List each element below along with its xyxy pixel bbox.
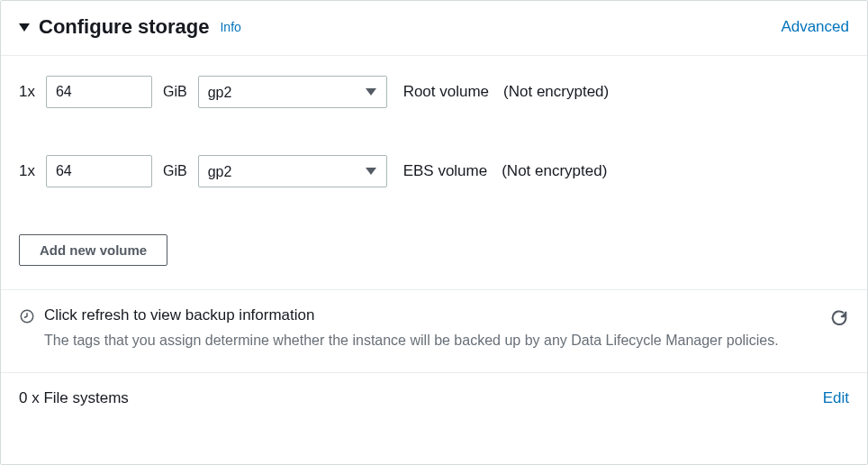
filesystems-section: 0 x File systems Edit [1,372,867,424]
volume-unit: GiB [163,84,187,100]
backup-description: The tags that you assign determine wheth… [44,330,829,352]
volume-type-select-wrap: gp2 [198,155,387,187]
volume-size-input[interactable] [46,76,152,108]
advanced-link[interactable]: Advanced [781,18,849,36]
add-volume-button[interactable]: Add new volume [19,234,167,266]
volume-type-select-wrap: gp2 [198,76,387,108]
volume-row-ebs: 1x GiB gp2 EBS volume (Not encrypted) [19,155,849,187]
clock-icon [19,308,35,324]
edit-link[interactable]: Edit [823,389,849,407]
backup-text: Click refresh to view backup information… [44,306,829,352]
volume-size-input[interactable] [46,155,152,187]
volume-qty: 1x [19,83,35,101]
backup-section: Click refresh to view backup information… [1,289,867,372]
volume-type-select[interactable]: gp2 [198,155,387,187]
backup-title: Click refresh to view backup information [44,306,829,324]
filesystems-label: 0 x File systems [19,389,129,407]
volume-label: EBS volume [403,162,488,180]
configure-storage-panel: Configure storage Info Advanced 1x GiB g… [0,0,868,465]
panel-title: Configure storage [39,15,209,39]
volume-label: Root volume [403,83,489,101]
volume-encryption: (Not encrypted) [502,162,607,180]
volume-row-root: 1x GiB gp2 Root volume (Not encrypted) [19,76,849,108]
collapse-icon[interactable] [19,23,30,32]
volume-qty: 1x [19,162,35,180]
volume-rows: 1x GiB gp2 Root volume (Not encrypted) 1… [1,56,867,187]
volume-unit: GiB [163,163,187,179]
info-link[interactable]: Info [220,20,240,34]
refresh-icon[interactable] [829,308,849,328]
volume-encryption: (Not encrypted) [503,83,609,101]
volume-type-select[interactable]: gp2 [198,76,387,108]
panel-header: Configure storage Info Advanced [1,1,867,56]
